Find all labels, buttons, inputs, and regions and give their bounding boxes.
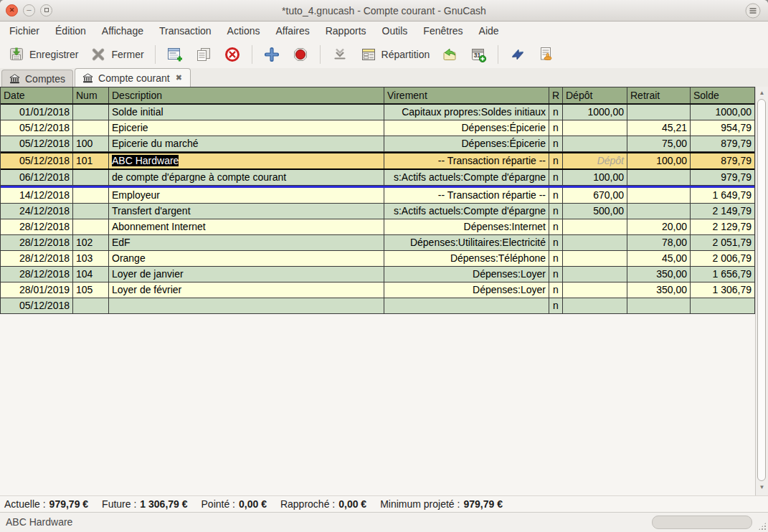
blank-transaction-button[interactable] — [326, 43, 354, 66]
cell-num[interactable] — [73, 298, 109, 313]
menu-actions[interactable]: Actions — [219, 22, 268, 40]
cell-deposit[interactable] — [563, 267, 627, 282]
cell-balance[interactable]: 2 051,79 — [691, 235, 754, 250]
cell-balance[interactable]: 1 306,79 — [691, 282, 754, 298]
cell-num[interactable]: 102 — [73, 235, 109, 250]
cell-num[interactable] — [73, 204, 109, 219]
window-minimize-button[interactable]: ─ — [23, 4, 35, 16]
cell-transfer[interactable]: Dépenses:Épicerie — [384, 136, 549, 151]
cell-r[interactable]: n — [549, 219, 563, 234]
scroll-down-arrow-icon[interactable]: ▼ — [756, 482, 768, 493]
cell-transfer[interactable]: Dépenses:Épicerie — [384, 120, 549, 136]
menu-affaires[interactable]: Affaires — [268, 22, 318, 40]
cell-balance[interactable]: 2 006,79 — [691, 251, 754, 266]
cell-r[interactable]: n — [549, 136, 563, 151]
cell-transfer[interactable]: Dépenses:Utilitaires:Electricité — [384, 235, 549, 250]
cell-deposit[interactable] — [563, 136, 627, 151]
cell-r[interactable]: n — [549, 204, 563, 219]
cell-balance[interactable]: 1 656,79 — [691, 267, 754, 282]
transaction-row[interactable]: 28/12/2018102EdFDépenses:Utilitaires:Ele… — [1, 235, 754, 251]
cell-balance[interactable]: 979,79 — [691, 170, 754, 185]
transaction-row[interactable]: 06/12/2018de compte d'épargne à compte c… — [1, 170, 754, 186]
cell-num[interactable] — [73, 120, 109, 136]
cell-r[interactable]: n — [549, 251, 563, 266]
cell-date[interactable]: 01/01/2018 — [1, 105, 73, 120]
cell-transfer[interactable]: s:Actifs actuels:Compte d'épargne — [384, 170, 549, 185]
cell-r[interactable]: n — [549, 105, 563, 120]
column-header-num[interactable]: Num — [73, 87, 109, 103]
cell-deposit[interactable]: 100,00 — [563, 170, 627, 185]
transaction-row[interactable]: 28/12/2018103OrangeDépenses:Téléphonen45… — [1, 251, 754, 267]
cell-description[interactable]: Solde initial — [109, 105, 384, 120]
cell-balance[interactable]: 1000,00 — [691, 105, 754, 120]
cell-withdrawal[interactable]: 350,00 — [627, 282, 691, 298]
cell-deposit[interactable] — [563, 235, 627, 250]
column-header-date[interactable]: Date — [1, 87, 73, 103]
cell-r[interactable]: n — [549, 298, 563, 313]
cell-date[interactable]: 24/12/2018 — [1, 204, 73, 219]
menu-fenêtres[interactable]: Fenêtres — [415, 22, 470, 40]
cell-description[interactable]: ABC Hardware — [109, 153, 384, 168]
cell-deposit[interactable]: 1000,00 — [563, 105, 627, 120]
vertical-scrollbar[interactable]: ▲ ▼ — [755, 87, 768, 495]
cell-r[interactable]: n — [549, 153, 563, 168]
cell-num[interactable] — [73, 105, 109, 120]
cell-num[interactable]: 101 — [73, 153, 109, 168]
cell-description[interactable]: Employeur — [109, 188, 384, 203]
cell-date[interactable]: 05/12/2018 — [1, 120, 73, 136]
cell-num[interactable] — [73, 219, 109, 234]
resize-grip[interactable] — [758, 522, 767, 531]
cell-date[interactable]: 05/12/2018 — [1, 298, 73, 313]
cell-description[interactable]: Loyer de février — [109, 282, 384, 298]
tab-compte-courant[interactable]: Compte courant ✖ — [75, 68, 191, 87]
close-tab-button[interactable]: Fermer — [85, 43, 148, 66]
transaction-row[interactable]: 05/12/2018n — [1, 298, 754, 314]
cell-balance[interactable]: 2 149,79 — [691, 204, 754, 219]
cell-withdrawal[interactable] — [627, 298, 691, 313]
cell-date[interactable]: 05/12/2018 — [1, 136, 73, 151]
cell-withdrawal[interactable]: 20,00 — [627, 219, 691, 234]
transaction-row[interactable]: 24/12/2018Transfert d'argents:Actifs act… — [1, 204, 754, 219]
enter-transaction-button[interactable] — [258, 43, 285, 66]
transaction-row[interactable]: 01/01/2018Solde initialCapitaux propres:… — [1, 105, 754, 120]
cell-date[interactable]: 28/12/2018 — [1, 251, 73, 266]
cell-num[interactable]: 103 — [73, 251, 109, 266]
cell-withdrawal[interactable]: 100,00 — [627, 153, 691, 168]
menu-affichage[interactable]: Affichage — [94, 22, 151, 40]
schedule-button[interactable]: 31 — [465, 43, 492, 66]
new-transaction-button[interactable] — [161, 43, 189, 66]
cell-transfer[interactable]: s:Actifs actuels:Compte d'épargne — [384, 204, 549, 219]
cell-transfer[interactable]: Capitaux propres:Soldes initiaux — [384, 105, 549, 120]
cell-description[interactable]: Loyer de janvier — [109, 267, 384, 282]
cell-num[interactable]: 104 — [73, 267, 109, 282]
cell-description[interactable] — [109, 298, 384, 313]
cell-transfer[interactable]: Dépenses:Internet — [384, 219, 549, 234]
cell-date[interactable]: 28/12/2018 — [1, 219, 73, 234]
cell-withdrawal[interactable] — [627, 170, 691, 185]
transaction-row[interactable]: 28/01/2019105Loyer de févrierDépenses:Lo… — [1, 282, 754, 298]
cell-r[interactable]: n — [549, 282, 563, 298]
cell-date[interactable]: 14/12/2018 — [1, 188, 73, 203]
cell-description[interactable]: de compte d'épargne à compte courant — [109, 170, 384, 185]
cell-r[interactable]: n — [549, 188, 563, 203]
exchange-button[interactable] — [504, 43, 531, 66]
cell-balance[interactable]: 954,79 — [691, 120, 754, 136]
cell-description[interactable]: EdF — [109, 235, 384, 250]
column-header-description[interactable]: Description — [109, 87, 384, 103]
transaction-row[interactable]: 14/12/2018Employeur-- Transaction répart… — [1, 188, 754, 204]
cell-withdrawal[interactable] — [627, 188, 691, 203]
cell-num[interactable] — [73, 188, 109, 203]
cell-date[interactable]: 06/12/2018 — [1, 170, 73, 185]
window-close-button[interactable]: ✕ — [6, 4, 18, 16]
transfer-button[interactable] — [436, 43, 463, 66]
cell-withdrawal[interactable]: 78,00 — [627, 235, 691, 250]
cell-deposit[interactable] — [563, 219, 627, 234]
cell-date[interactable]: 28/12/2018 — [1, 267, 73, 282]
cell-deposit[interactable] — [563, 282, 627, 298]
cell-transfer[interactable]: Dépenses:Téléphone — [384, 251, 549, 266]
cell-transfer[interactable]: -- Transaction répartie -- — [384, 188, 549, 203]
transaction-row[interactable]: 05/12/2018EpicerieDépenses:Épicerien45,2… — [1, 120, 754, 136]
cell-transfer[interactable]: -- Transaction répartie -- — [384, 153, 549, 168]
cell-withdrawal[interactable]: 45,21 — [627, 120, 691, 136]
cell-withdrawal[interactable]: 350,00 — [627, 267, 691, 282]
